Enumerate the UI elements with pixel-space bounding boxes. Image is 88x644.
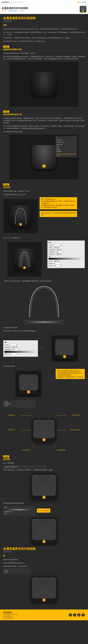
mic-thumbnail-icon — [80, 6, 86, 12]
title-bar: 金属质感麦克风作战指南 设计师： Gaoyoungor （未提供源） — [0, 4, 88, 14]
social-icon[interactable]: ☰ — [81, 613, 85, 616]
icon-annotated — [32, 418, 56, 442]
step1-p1: 背景就是简单的带杂色渐变，相信大家都会，不多赘述。 — [3, 52, 85, 54]
layer-row[interactable]: ▸ 形状 拷贝 — [4, 403, 34, 405]
grad-callout: 加上这个白色渐变 — [37, 508, 50, 513]
end-title: 金属质感麦克风作战指南 — [3, 547, 85, 551]
header-tagline: 小图标 大份量 — [76, 1, 86, 3]
arrow-right-icon: → — [40, 347, 43, 350]
designer-label: 设计师： — [2, 10, 8, 12]
footer-icons: ✉ ★ ◉ ☰ — [69, 613, 85, 616]
footer-url: www.iconfans.com — [3, 617, 18, 619]
step3-row-d: 1.复制下面的圆角矩形并移动到老铁上方 2.利用新复制的形状将老铁的形状取交集 … — [3, 369, 85, 399]
social-icon[interactable]: ★ — [73, 613, 76, 616]
knob-icon — [42, 164, 46, 168]
step2-p3: 小栓的图层样式可从附件中查看。 — [3, 130, 85, 133]
annot-line — [21, 430, 32, 430]
blend-select[interactable]: 正常 — [12, 346, 18, 348]
gradient-bar[interactable] — [4, 509, 34, 510]
layers-panel: ▸ 图层 1 ▸ 形状 拷贝 ▸ 形状 — [3, 400, 35, 408]
label: 填充类型(F): — [49, 254, 55, 255]
style-select[interactable]: 线性 — [53, 260, 59, 262]
social-icon[interactable]: ✉ — [69, 613, 72, 616]
label: 角度(A): — [5, 354, 9, 355]
page-footer: iconfans 专业界面及交互设计平台 分享·沟通·成长 www.iconfa… — [0, 610, 88, 620]
opacity-input[interactable] — [12, 348, 19, 350]
step4-p2: 如图工具的使用方法，加深即往黑，减淡即往白，一般用20%左右不透明度，慢慢刷 — [3, 469, 85, 471]
step1-figure — [9, 62, 79, 107]
preface-p2: 第一次尝试写作，诸位倘若发现有任何纰漏，恳请指出并帮助改正。另外，本次的作品也有… — [3, 31, 85, 36]
layer-row[interactable]: ▸ 形状 — [4, 405, 34, 406]
step3-numc: c.分别旋转得到以下效果 — [3, 326, 85, 329]
label: 角度(A): — [49, 262, 53, 264]
step3-row-c: 描边 大小(S): px 混合模式(B):正常 不透明度(O): % 角度(A)… — [3, 334, 85, 364]
icon-full-mesh — [54, 338, 75, 359]
step2-title: 添加光影效果&添加小栓 — [3, 113, 85, 116]
panel-row: 反相 — [4, 513, 34, 514]
icon-with-wire — [10, 206, 31, 227]
step3a-figure — [3, 199, 38, 234]
social-icon[interactable]: ◉ — [77, 613, 80, 616]
opacity-input[interactable] — [56, 251, 63, 253]
icon-final-3 — [31, 576, 57, 602]
gradient-editor — [24, 320, 64, 324]
label: 大小(S): — [49, 244, 53, 246]
footer-line2: 分享·沟通·成长 — [3, 615, 18, 617]
annot-3: 内部高光线条 — [8, 429, 15, 431]
label: 缩放(C): — [49, 265, 53, 266]
label: 不透明度(O): — [5, 349, 11, 350]
end-layers-panel: ▸ 组 1 ▸ 效果 — [3, 568, 30, 574]
step3b-figure — [7, 242, 42, 277]
label: 混合模式(B): — [49, 249, 55, 250]
annotated-figure: 内部阴影效果 适当地加点白边 内部高光线条 底部高光渐变上方 深色底座渐变下 最… — [7, 409, 81, 452]
title-left: 金属质感麦克风作战指南 设计师： Gaoyoungor （未提供源） — [2, 6, 28, 12]
icon-multi-wire — [14, 249, 35, 270]
size-input[interactable] — [53, 244, 60, 246]
preface-label: 前言 — [3, 24, 85, 26]
gradient-bar[interactable] — [5, 351, 37, 353]
gradient-strip[interactable] — [25, 321, 63, 323]
fx-row: 投影 — [57, 146, 76, 148]
panel-row: 渐变 — [4, 507, 34, 508]
callout-stack: 好啦！我们现在来画一条~ 我们只需要画出如图所示的一条即可，因为剩下的我们可以一… — [40, 197, 85, 217]
gradient-panel-2: 渐变 不透明度 100% 反相 — [3, 506, 35, 515]
pos-select[interactable]: 外部 — [53, 246, 59, 248]
layer-row[interactable]: ▸ 组 1 — [4, 570, 29, 571]
ps-stroke-panel-2: 描边 大小(S): px 混合模式(B):正常 不透明度(O): % 角度(A)… — [3, 340, 38, 357]
layer-row[interactable]: ▸ 效果 — [4, 571, 29, 573]
end-author: @Gaoyoungor — [3, 551, 85, 552]
step3-row-b: 描边 大小(S): px 位置(P):外部 混合模式(B):正常 不透明度(O)… — [3, 240, 85, 278]
label: 渐变: — [49, 256, 51, 257]
annot-2: 适当地加点白边 — [72, 414, 80, 416]
size-input[interactable] — [9, 344, 16, 346]
annot-6: 最后加细节调整 — [57, 449, 65, 451]
annot-4: 底部高光渐变上方 — [70, 429, 80, 431]
step2-p2: 此外，高光部分是用叠加白色图层实现的，而质感（渐变高光）部分则是单独一个图层画的… — [3, 125, 85, 130]
callout-1: 好啦！我们现在来画一条~ 我们只需要画出如图所示的一条即可，因为剩下的我们可以一… — [40, 197, 77, 209]
scale-input[interactable] — [53, 265, 60, 266]
fx-note: 对这种物体在大多数下光源情况下顶部颜色的亮 — [57, 153, 76, 156]
step4-p3: 做加强老铁q感感觉&增强金属质感 — [3, 502, 85, 504]
preface-p3: 关于教程的定位：本教程属于中级水平的教程，主要演示工具使用及思路，所以各种微调参… — [3, 37, 85, 39]
annot-line — [56, 430, 67, 430]
propagate-note: 给老铁们赋予了style之后，就可以复制效果到其他图层。 — [3, 330, 85, 332]
preface-p4: 方法别的地方未必可用，可以找到更省时省力的方法，也欢迎贴出交流。 — [3, 40, 85, 42]
angle-input[interactable] — [53, 262, 60, 264]
fx-panel: fx 混合 正常 不透明度 100% 填充 100% 投影 内阴影 渐变叠加 对… — [56, 136, 77, 157]
annot-1: 内部阴影效果 — [8, 414, 15, 416]
footer-line1: 专业界面及交互设计平台 — [3, 614, 18, 615]
blend-select[interactable]: 正常 — [56, 249, 62, 250]
toolbar-panel: 不透明度 20% 流量 100% — [3, 465, 46, 469]
layer-row[interactable]: ▸ 图层 1 — [4, 401, 34, 403]
final-figure-1 — [31, 473, 57, 500]
gradient-bar[interactable] — [49, 258, 83, 260]
angle-input[interactable] — [9, 353, 16, 355]
logo-sub: 专业界面及交互设计平台 — [10, 2, 24, 3]
step4-tag: step4 — [3, 455, 9, 458]
final-figure-2 — [31, 518, 57, 544]
fill-select[interactable]: 渐变 — [56, 253, 62, 255]
toolbar-text: 不透明度 20% 流量 100% — [4, 466, 18, 468]
step1-tag: step1 — [3, 46, 9, 48]
author-handle: @Gaoyoungor — [3, 20, 85, 22]
fx-row: 混合 正常 — [57, 139, 76, 141]
